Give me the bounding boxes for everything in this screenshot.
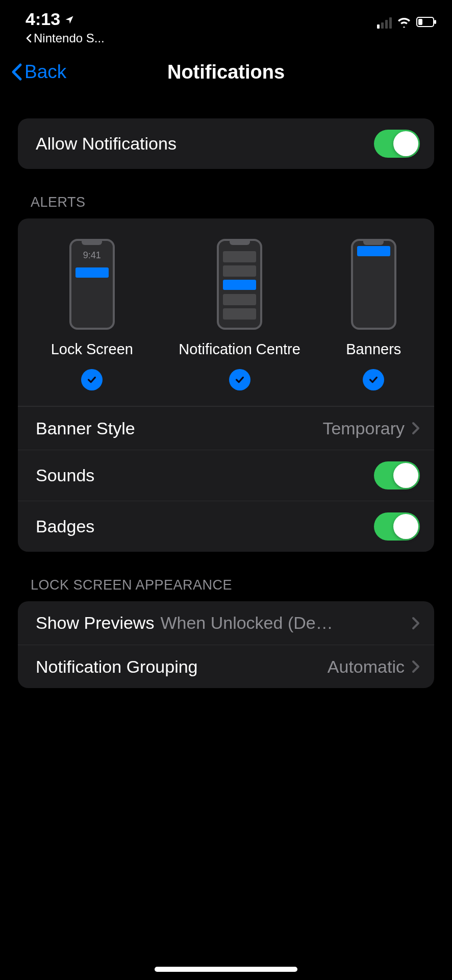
svg-rect-2	[418, 19, 422, 25]
phone-preview-time: 9:41	[71, 250, 113, 261]
checkmark-icon	[81, 369, 103, 390]
allow-notifications-label: Allow Notifications	[36, 134, 177, 154]
chevron-right-icon	[412, 422, 420, 435]
notification-grouping-label: Notification Grouping	[36, 657, 198, 677]
show-previews-value: When Unlocked (Def...	[160, 613, 334, 633]
alert-label: Banners	[346, 341, 401, 358]
checkmark-icon	[229, 369, 250, 390]
nav-header: Back Notifications	[0, 46, 452, 98]
battery-icon	[416, 17, 437, 29]
content: Allow Notifications ALERTS 9:41 Lock Scr…	[0, 98, 452, 688]
wifi-icon	[397, 16, 411, 30]
status-left: 4:13 Nintendo S...	[26, 9, 105, 45]
allow-notifications-toggle[interactable]	[374, 130, 420, 158]
badges-toggle[interactable]	[374, 512, 420, 541]
back-label: Back	[24, 61, 66, 83]
allow-notifications-group: Allow Notifications	[18, 118, 434, 169]
chevron-left-icon	[10, 63, 22, 81]
chevron-right-icon	[412, 617, 420, 630]
back-button[interactable]: Back	[10, 61, 66, 83]
chevron-left-icon	[26, 34, 32, 43]
lock-screen-appearance-group: Show Previews When Unlocked (Def... Noti…	[18, 601, 434, 688]
chevron-right-icon	[412, 660, 420, 673]
alerts-section: ALERTS 9:41 Lock Screen	[18, 194, 434, 552]
show-previews-row[interactable]: Show Previews When Unlocked (Def...	[18, 601, 434, 645]
allow-notifications-row: Allow Notifications	[18, 118, 434, 169]
notification-centre-phone-icon	[217, 239, 262, 330]
lock-screen-phone-icon: 9:41	[69, 239, 115, 330]
alert-label: Lock Screen	[51, 341, 133, 358]
clock-time: 4:13	[26, 9, 60, 29]
alert-option-notification-centre[interactable]: Notification Centre	[179, 239, 300, 390]
badges-label: Badges	[36, 517, 94, 536]
lock-screen-appearance-header: LOCK SCREEN APPEARANCE	[18, 577, 434, 601]
alert-option-lock-screen[interactable]: 9:41 Lock Screen	[51, 239, 133, 390]
status-right	[377, 9, 437, 30]
alert-option-banners[interactable]: Banners	[346, 239, 401, 390]
allow-notifications-section: Allow Notifications	[18, 118, 434, 169]
cellular-signal-icon	[377, 17, 392, 29]
home-indicator[interactable]	[155, 967, 297, 972]
banners-phone-icon	[351, 239, 396, 330]
alerts-grid: 9:41 Lock Screen	[18, 218, 434, 406]
row-right: Automatic	[328, 657, 420, 677]
show-previews-label: Show Previews	[36, 613, 154, 633]
banner-style-label: Banner Style	[36, 419, 135, 438]
sounds-row: Sounds	[18, 450, 434, 501]
alerts-group: 9:41 Lock Screen	[18, 218, 434, 552]
checkmark-icon	[363, 369, 384, 390]
back-to-app[interactable]: Nintendo S...	[26, 31, 105, 45]
page-title: Notifications	[167, 61, 285, 83]
lock-screen-appearance-section: LOCK SCREEN APPEARANCE Show Previews Whe…	[18, 577, 434, 688]
back-to-app-label: Nintendo S...	[34, 31, 105, 45]
row-right: Temporary	[322, 419, 420, 438]
alert-label: Notification Centre	[179, 341, 300, 358]
badges-row: Badges	[18, 501, 434, 552]
banner-style-row[interactable]: Banner Style Temporary	[18, 406, 434, 450]
svg-rect-1	[434, 20, 436, 24]
notification-grouping-value: Automatic	[328, 657, 405, 677]
status-bar: 4:13 Nintendo S...	[0, 0, 452, 46]
banner-style-value: Temporary	[322, 419, 405, 438]
status-time: 4:13	[26, 9, 74, 29]
sounds-label: Sounds	[36, 465, 94, 485]
notification-grouping-row[interactable]: Notification Grouping Automatic	[18, 645, 434, 688]
alerts-header: ALERTS	[18, 194, 434, 218]
location-icon	[64, 9, 74, 29]
sounds-toggle[interactable]	[374, 461, 420, 489]
